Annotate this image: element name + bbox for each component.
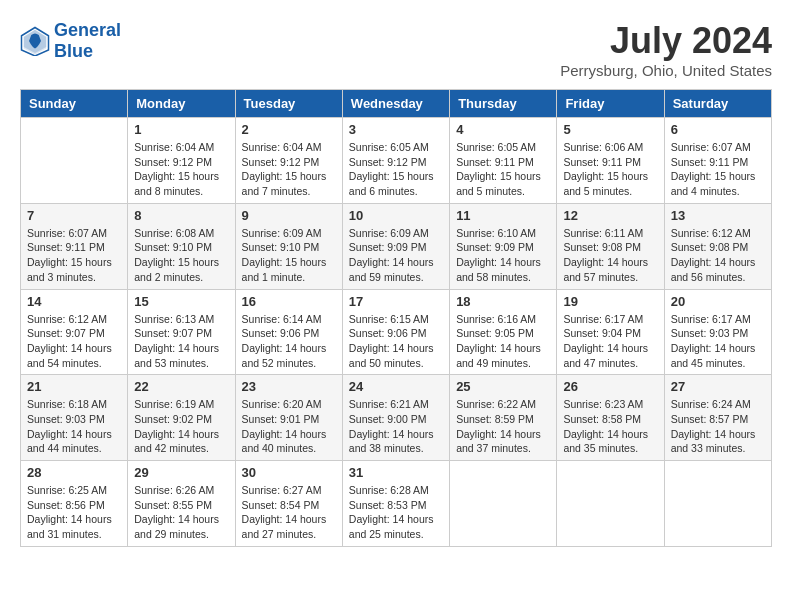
day-info: Sunrise: 6:25 AMSunset: 8:56 PMDaylight:… — [27, 483, 121, 542]
day-number: 2 — [242, 122, 336, 137]
calendar-cell: 23 Sunrise: 6:20 AMSunset: 9:01 PMDaylig… — [235, 375, 342, 461]
calendar-cell: 22 Sunrise: 6:19 AMSunset: 9:02 PMDaylig… — [128, 375, 235, 461]
calendar-cell: 12 Sunrise: 6:11 AMSunset: 9:08 PMDaylig… — [557, 203, 664, 289]
calendar-cell: 26 Sunrise: 6:23 AMSunset: 8:58 PMDaylig… — [557, 375, 664, 461]
day-info: Sunrise: 6:09 AMSunset: 9:09 PMDaylight:… — [349, 226, 443, 285]
day-info: Sunrise: 6:15 AMSunset: 9:06 PMDaylight:… — [349, 312, 443, 371]
col-thursday: Thursday — [450, 90, 557, 118]
day-number: 16 — [242, 294, 336, 309]
day-info: Sunrise: 6:06 AMSunset: 9:11 PMDaylight:… — [563, 140, 657, 199]
day-number: 13 — [671, 208, 765, 223]
day-number: 30 — [242, 465, 336, 480]
logo-icon — [20, 26, 50, 56]
day-info: Sunrise: 6:09 AMSunset: 9:10 PMDaylight:… — [242, 226, 336, 285]
day-info: Sunrise: 6:13 AMSunset: 9:07 PMDaylight:… — [134, 312, 228, 371]
day-number: 12 — [563, 208, 657, 223]
calendar-cell: 1 Sunrise: 6:04 AMSunset: 9:12 PMDayligh… — [128, 118, 235, 204]
day-number: 26 — [563, 379, 657, 394]
day-number: 23 — [242, 379, 336, 394]
calendar-header-row: Sunday Monday Tuesday Wednesday Thursday… — [21, 90, 772, 118]
day-number: 9 — [242, 208, 336, 223]
calendar-cell — [21, 118, 128, 204]
calendar-cell — [664, 461, 771, 547]
calendar-cell — [450, 461, 557, 547]
day-number: 1 — [134, 122, 228, 137]
day-info: Sunrise: 6:24 AMSunset: 8:57 PMDaylight:… — [671, 397, 765, 456]
calendar-cell — [557, 461, 664, 547]
day-info: Sunrise: 6:07 AMSunset: 9:11 PMDaylight:… — [671, 140, 765, 199]
day-number: 29 — [134, 465, 228, 480]
calendar-cell: 21 Sunrise: 6:18 AMSunset: 9:03 PMDaylig… — [21, 375, 128, 461]
day-number: 25 — [456, 379, 550, 394]
col-sunday: Sunday — [21, 90, 128, 118]
day-number: 19 — [563, 294, 657, 309]
calendar-table: Sunday Monday Tuesday Wednesday Thursday… — [20, 89, 772, 547]
day-number: 18 — [456, 294, 550, 309]
day-info: Sunrise: 6:18 AMSunset: 9:03 PMDaylight:… — [27, 397, 121, 456]
calendar-cell: 11 Sunrise: 6:10 AMSunset: 9:09 PMDaylig… — [450, 203, 557, 289]
calendar-cell: 3 Sunrise: 6:05 AMSunset: 9:12 PMDayligh… — [342, 118, 449, 204]
calendar-cell: 14 Sunrise: 6:12 AMSunset: 9:07 PMDaylig… — [21, 289, 128, 375]
day-number: 28 — [27, 465, 121, 480]
day-info: Sunrise: 6:04 AMSunset: 9:12 PMDaylight:… — [242, 140, 336, 199]
day-number: 6 — [671, 122, 765, 137]
day-info: Sunrise: 6:23 AMSunset: 8:58 PMDaylight:… — [563, 397, 657, 456]
day-info: Sunrise: 6:04 AMSunset: 9:12 PMDaylight:… — [134, 140, 228, 199]
day-number: 7 — [27, 208, 121, 223]
day-info: Sunrise: 6:26 AMSunset: 8:55 PMDaylight:… — [134, 483, 228, 542]
day-info: Sunrise: 6:07 AMSunset: 9:11 PMDaylight:… — [27, 226, 121, 285]
col-saturday: Saturday — [664, 90, 771, 118]
day-number: 10 — [349, 208, 443, 223]
logo-text: General Blue — [54, 20, 121, 62]
calendar-cell: 17 Sunrise: 6:15 AMSunset: 9:06 PMDaylig… — [342, 289, 449, 375]
col-monday: Monday — [128, 90, 235, 118]
calendar-cell: 27 Sunrise: 6:24 AMSunset: 8:57 PMDaylig… — [664, 375, 771, 461]
calendar-cell: 4 Sunrise: 6:05 AMSunset: 9:11 PMDayligh… — [450, 118, 557, 204]
calendar-week-row: 14 Sunrise: 6:12 AMSunset: 9:07 PMDaylig… — [21, 289, 772, 375]
day-info: Sunrise: 6:10 AMSunset: 9:09 PMDaylight:… — [456, 226, 550, 285]
day-info: Sunrise: 6:12 AMSunset: 9:07 PMDaylight:… — [27, 312, 121, 371]
day-number: 4 — [456, 122, 550, 137]
day-number: 14 — [27, 294, 121, 309]
day-info: Sunrise: 6:17 AMSunset: 9:03 PMDaylight:… — [671, 312, 765, 371]
calendar-cell: 19 Sunrise: 6:17 AMSunset: 9:04 PMDaylig… — [557, 289, 664, 375]
calendar-cell: 28 Sunrise: 6:25 AMSunset: 8:56 PMDaylig… — [21, 461, 128, 547]
day-info: Sunrise: 6:17 AMSunset: 9:04 PMDaylight:… — [563, 312, 657, 371]
day-number: 20 — [671, 294, 765, 309]
calendar-cell: 16 Sunrise: 6:14 AMSunset: 9:06 PMDaylig… — [235, 289, 342, 375]
logo: General Blue — [20, 20, 121, 62]
calendar-cell: 13 Sunrise: 6:12 AMSunset: 9:08 PMDaylig… — [664, 203, 771, 289]
day-number: 22 — [134, 379, 228, 394]
month-year-title: July 2024 — [560, 20, 772, 62]
calendar-cell: 7 Sunrise: 6:07 AMSunset: 9:11 PMDayligh… — [21, 203, 128, 289]
day-number: 27 — [671, 379, 765, 394]
calendar-cell: 6 Sunrise: 6:07 AMSunset: 9:11 PMDayligh… — [664, 118, 771, 204]
calendar-cell: 5 Sunrise: 6:06 AMSunset: 9:11 PMDayligh… — [557, 118, 664, 204]
col-wednesday: Wednesday — [342, 90, 449, 118]
day-info: Sunrise: 6:28 AMSunset: 8:53 PMDaylight:… — [349, 483, 443, 542]
col-tuesday: Tuesday — [235, 90, 342, 118]
calendar-week-row: 21 Sunrise: 6:18 AMSunset: 9:03 PMDaylig… — [21, 375, 772, 461]
calendar-cell: 20 Sunrise: 6:17 AMSunset: 9:03 PMDaylig… — [664, 289, 771, 375]
day-number: 5 — [563, 122, 657, 137]
calendar-cell: 15 Sunrise: 6:13 AMSunset: 9:07 PMDaylig… — [128, 289, 235, 375]
calendar-cell: 18 Sunrise: 6:16 AMSunset: 9:05 PMDaylig… — [450, 289, 557, 375]
day-number: 31 — [349, 465, 443, 480]
day-info: Sunrise: 6:05 AMSunset: 9:12 PMDaylight:… — [349, 140, 443, 199]
day-info: Sunrise: 6:27 AMSunset: 8:54 PMDaylight:… — [242, 483, 336, 542]
day-info: Sunrise: 6:19 AMSunset: 9:02 PMDaylight:… — [134, 397, 228, 456]
col-friday: Friday — [557, 90, 664, 118]
day-number: 15 — [134, 294, 228, 309]
day-info: Sunrise: 6:05 AMSunset: 9:11 PMDaylight:… — [456, 140, 550, 199]
day-info: Sunrise: 6:16 AMSunset: 9:05 PMDaylight:… — [456, 312, 550, 371]
day-info: Sunrise: 6:08 AMSunset: 9:10 PMDaylight:… — [134, 226, 228, 285]
calendar-cell: 29 Sunrise: 6:26 AMSunset: 8:55 PMDaylig… — [128, 461, 235, 547]
day-info: Sunrise: 6:22 AMSunset: 8:59 PMDaylight:… — [456, 397, 550, 456]
calendar-week-row: 1 Sunrise: 6:04 AMSunset: 9:12 PMDayligh… — [21, 118, 772, 204]
calendar-cell: 10 Sunrise: 6:09 AMSunset: 9:09 PMDaylig… — [342, 203, 449, 289]
calendar-cell: 31 Sunrise: 6:28 AMSunset: 8:53 PMDaylig… — [342, 461, 449, 547]
title-block: July 2024 Perrysburg, Ohio, United State… — [560, 20, 772, 79]
day-number: 11 — [456, 208, 550, 223]
calendar-week-row: 7 Sunrise: 6:07 AMSunset: 9:11 PMDayligh… — [21, 203, 772, 289]
calendar-cell: 24 Sunrise: 6:21 AMSunset: 9:00 PMDaylig… — [342, 375, 449, 461]
